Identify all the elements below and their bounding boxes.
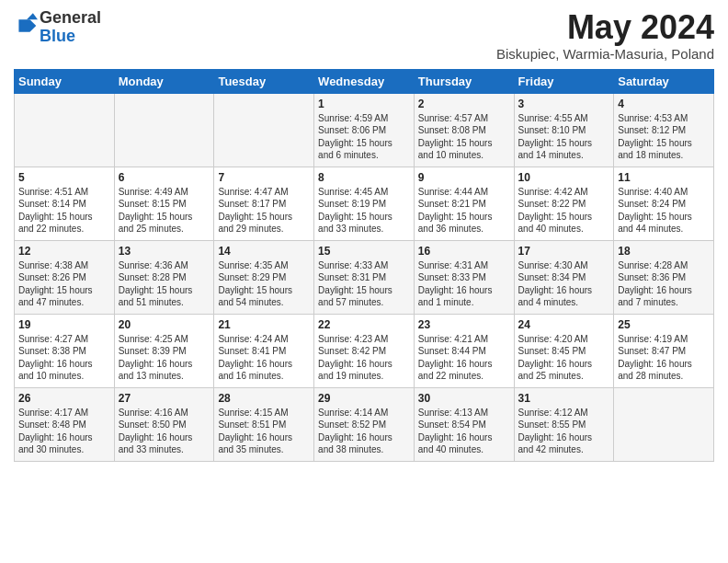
day-number: 4 — [618, 98, 710, 110]
day-number: 17 — [518, 245, 610, 258]
day-number: 29 — [318, 392, 410, 405]
calendar-cell: 20Sunrise: 4:25 AM Sunset: 8:39 PM Dayli… — [114, 314, 214, 387]
day-info: Sunrise: 4:53 AM Sunset: 8:12 PM Dayligh… — [618, 112, 710, 162]
day-number: 19 — [18, 318, 110, 331]
calendar-cell: 3Sunrise: 4:55 AM Sunset: 8:10 PM Daylig… — [514, 93, 614, 167]
calendar-week-4: 26Sunrise: 4:17 AM Sunset: 8:48 PM Dayli… — [15, 387, 714, 461]
calendar-cell: 19Sunrise: 4:27 AM Sunset: 8:38 PM Dayli… — [15, 314, 115, 387]
calendar-cell: 22Sunrise: 4:23 AM Sunset: 8:42 PM Dayli… — [314, 314, 415, 387]
day-info: Sunrise: 4:25 AM Sunset: 8:39 PM Dayligh… — [119, 333, 210, 383]
day-number: 9 — [418, 171, 510, 184]
day-info: Sunrise: 4:35 AM Sunset: 8:29 PM Dayligh… — [218, 259, 310, 309]
weekday-header-friday: Friday — [514, 69, 614, 93]
day-info: Sunrise: 4:30 AM Sunset: 8:34 PM Dayligh… — [518, 259, 610, 309]
day-number: 23 — [418, 318, 510, 331]
day-info: Sunrise: 4:59 AM Sunset: 8:06 PM Dayligh… — [318, 112, 410, 162]
day-number: 13 — [119, 245, 210, 258]
weekday-header-tuesday: Tuesday — [214, 69, 314, 93]
day-number: 21 — [218, 318, 310, 331]
day-info: Sunrise: 4:13 AM Sunset: 8:54 PM Dayligh… — [418, 407, 510, 456]
day-info: Sunrise: 4:27 AM Sunset: 8:38 PM Dayligh… — [18, 333, 110, 383]
weekday-header-monday: Monday — [114, 69, 214, 93]
svg-marker-1 — [27, 13, 38, 19]
weekday-header-saturday: Saturday — [614, 69, 714, 93]
page-header: General Blue May 2024 Biskupiec, Warmia-… — [14, 9, 714, 62]
day-info: Sunrise: 4:38 AM Sunset: 8:26 PM Dayligh… — [18, 259, 110, 309]
day-number: 25 — [618, 318, 710, 331]
calendar-cell — [214, 93, 314, 167]
title-block: May 2024 Biskupiec, Warmia-Masuria, Pola… — [496, 9, 714, 62]
day-number: 3 — [518, 98, 610, 110]
calendar-cell — [614, 387, 714, 461]
logo-blue: Blue — [40, 27, 75, 45]
calendar-cell: 6Sunrise: 4:49 AM Sunset: 8:15 PM Daylig… — [114, 167, 214, 240]
day-number: 7 — [218, 171, 310, 184]
day-info: Sunrise: 4:14 AM Sunset: 8:52 PM Dayligh… — [318, 407, 410, 456]
day-info: Sunrise: 4:49 AM Sunset: 8:15 PM Dayligh… — [119, 186, 210, 236]
calendar-body: 1Sunrise: 4:59 AM Sunset: 8:06 PM Daylig… — [15, 93, 714, 461]
day-number: 28 — [218, 392, 310, 405]
day-number: 12 — [18, 245, 110, 258]
calendar-week-1: 5Sunrise: 4:51 AM Sunset: 8:14 PM Daylig… — [15, 167, 714, 240]
calendar-cell: 27Sunrise: 4:16 AM Sunset: 8:50 PM Dayli… — [114, 387, 214, 461]
calendar-cell: 31Sunrise: 4:12 AM Sunset: 8:55 PM Dayli… — [514, 387, 614, 461]
day-number: 10 — [518, 171, 610, 184]
day-number: 31 — [518, 392, 610, 405]
weekday-header-wednesday: Wednesday — [314, 69, 415, 93]
calendar-week-0: 1Sunrise: 4:59 AM Sunset: 8:06 PM Daylig… — [15, 93, 714, 167]
calendar-cell: 28Sunrise: 4:15 AM Sunset: 8:51 PM Dayli… — [214, 387, 314, 461]
calendar-cell: 26Sunrise: 4:17 AM Sunset: 8:48 PM Dayli… — [15, 387, 115, 461]
day-number: 6 — [119, 171, 210, 184]
day-info: Sunrise: 4:55 AM Sunset: 8:10 PM Dayligh… — [518, 112, 610, 162]
calendar-cell — [114, 93, 214, 167]
calendar-cell: 18Sunrise: 4:28 AM Sunset: 8:36 PM Dayli… — [614, 240, 714, 314]
calendar-cell: 2Sunrise: 4:57 AM Sunset: 8:08 PM Daylig… — [414, 93, 514, 167]
day-info: Sunrise: 4:24 AM Sunset: 8:41 PM Dayligh… — [218, 333, 310, 383]
calendar-cell: 9Sunrise: 4:44 AM Sunset: 8:21 PM Daylig… — [414, 167, 514, 240]
calendar-cell: 24Sunrise: 4:20 AM Sunset: 8:45 PM Dayli… — [514, 314, 614, 387]
day-info: Sunrise: 4:42 AM Sunset: 8:22 PM Dayligh… — [518, 186, 610, 236]
day-info: Sunrise: 4:23 AM Sunset: 8:42 PM Dayligh… — [318, 333, 410, 383]
day-info: Sunrise: 4:57 AM Sunset: 8:08 PM Dayligh… — [418, 112, 510, 162]
day-info: Sunrise: 4:16 AM Sunset: 8:50 PM Dayligh… — [119, 407, 210, 456]
day-number: 8 — [318, 171, 410, 184]
weekday-header-row: SundayMondayTuesdayWednesdayThursdayFrid… — [15, 69, 714, 93]
calendar-cell: 23Sunrise: 4:21 AM Sunset: 8:44 PM Dayli… — [414, 314, 514, 387]
calendar-cell: 11Sunrise: 4:40 AM Sunset: 8:24 PM Dayli… — [614, 167, 714, 240]
calendar-header: SundayMondayTuesdayWednesdayThursdayFrid… — [15, 69, 714, 93]
day-number: 20 — [119, 318, 210, 331]
day-number: 2 — [418, 98, 510, 110]
calendar-week-2: 12Sunrise: 4:38 AM Sunset: 8:26 PM Dayli… — [15, 240, 714, 314]
day-info: Sunrise: 4:28 AM Sunset: 8:36 PM Dayligh… — [618, 259, 710, 309]
day-number: 26 — [18, 392, 110, 405]
logo-text: General Blue — [40, 9, 101, 46]
calendar-cell: 15Sunrise: 4:33 AM Sunset: 8:31 PM Dayli… — [314, 240, 415, 314]
calendar-cell: 14Sunrise: 4:35 AM Sunset: 8:29 PM Dayli… — [214, 240, 314, 314]
logo-general: General — [40, 8, 101, 27]
day-number: 30 — [418, 392, 510, 405]
day-number: 14 — [218, 245, 310, 258]
calendar-cell: 10Sunrise: 4:42 AM Sunset: 8:22 PM Dayli… — [514, 167, 614, 240]
day-info: Sunrise: 4:15 AM Sunset: 8:51 PM Dayligh… — [218, 407, 310, 456]
svg-marker-0 — [18, 19, 36, 35]
month-title: May 2024 — [496, 9, 714, 46]
day-info: Sunrise: 4:12 AM Sunset: 8:55 PM Dayligh… — [518, 407, 610, 456]
day-info: Sunrise: 4:44 AM Sunset: 8:21 PM Dayligh… — [418, 186, 510, 236]
day-number: 16 — [418, 245, 510, 258]
calendar-cell: 17Sunrise: 4:30 AM Sunset: 8:34 PM Dayli… — [514, 240, 614, 314]
day-info: Sunrise: 4:47 AM Sunset: 8:17 PM Dayligh… — [218, 186, 310, 236]
day-info: Sunrise: 4:33 AM Sunset: 8:31 PM Dayligh… — [318, 259, 410, 309]
day-info: Sunrise: 4:36 AM Sunset: 8:28 PM Dayligh… — [119, 259, 210, 309]
calendar-week-3: 19Sunrise: 4:27 AM Sunset: 8:38 PM Dayli… — [15, 314, 714, 387]
day-number: 15 — [318, 245, 410, 258]
logo: General Blue — [14, 9, 101, 46]
calendar-cell: 25Sunrise: 4:19 AM Sunset: 8:47 PM Dayli… — [614, 314, 714, 387]
day-number: 18 — [618, 245, 710, 258]
day-number: 22 — [318, 318, 410, 331]
calendar-cell: 13Sunrise: 4:36 AM Sunset: 8:28 PM Dayli… — [114, 240, 214, 314]
calendar-cell: 7Sunrise: 4:47 AM Sunset: 8:17 PM Daylig… — [214, 167, 314, 240]
calendar-cell: 4Sunrise: 4:53 AM Sunset: 8:12 PM Daylig… — [614, 93, 714, 167]
calendar-cell: 30Sunrise: 4:13 AM Sunset: 8:54 PM Dayli… — [414, 387, 514, 461]
calendar-cell — [15, 93, 115, 167]
calendar-cell: 29Sunrise: 4:14 AM Sunset: 8:52 PM Dayli… — [314, 387, 415, 461]
